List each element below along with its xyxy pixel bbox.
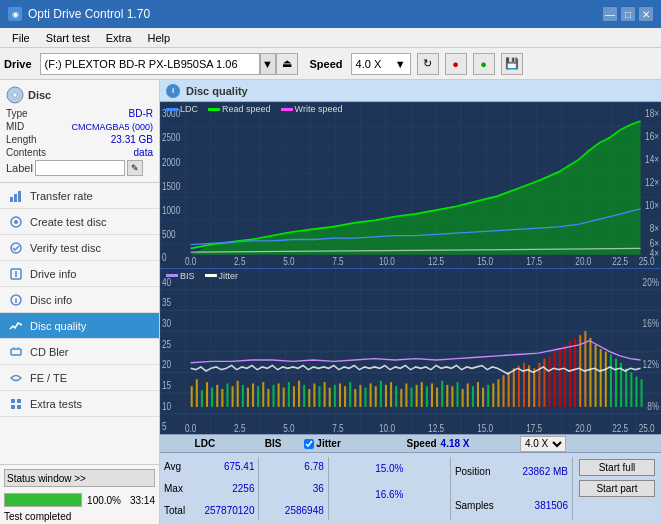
svg-rect-156 bbox=[579, 335, 581, 407]
svg-rect-14 bbox=[17, 405, 21, 409]
svg-rect-127 bbox=[431, 383, 433, 406]
svg-rect-122 bbox=[405, 383, 407, 406]
svg-rect-102 bbox=[303, 384, 305, 406]
max-jitter-value: 16.6% bbox=[333, 489, 446, 500]
legend-ldc: LDC bbox=[166, 104, 198, 114]
green-icon-button[interactable]: ● bbox=[473, 53, 495, 75]
position-label: Position bbox=[455, 466, 491, 477]
svg-rect-96 bbox=[272, 384, 274, 406]
nav-cd-bler[interactable]: CD Bler bbox=[0, 339, 159, 365]
svg-rect-126 bbox=[426, 386, 428, 407]
label-input[interactable] bbox=[35, 160, 125, 176]
svg-rect-163 bbox=[615, 358, 617, 406]
nav-fe-te-label: FE / TE bbox=[30, 372, 67, 384]
svg-rect-130 bbox=[446, 384, 448, 406]
total-ldc-value: 257870120 bbox=[204, 505, 254, 516]
nav-transfer-rate[interactable]: Transfer rate bbox=[0, 183, 159, 209]
app-icon: ◉ bbox=[8, 7, 22, 21]
svg-rect-153 bbox=[564, 344, 566, 406]
svg-text:0: 0 bbox=[162, 252, 167, 263]
nav-verify-test-disc-label: Verify test disc bbox=[30, 242, 101, 254]
drive-selector[interactable]: (F:) PLEXTOR BD-R PX-LB950SA 1.06 bbox=[40, 53, 260, 75]
svg-text:10: 10 bbox=[162, 399, 172, 411]
svg-text:14×: 14× bbox=[645, 154, 659, 165]
label-edit-button[interactable]: ✎ bbox=[127, 160, 143, 176]
speed-select-dropdown[interactable]: 4.0 X bbox=[520, 436, 566, 452]
svg-text:8%: 8% bbox=[647, 399, 659, 411]
svg-text:0.0: 0.0 bbox=[185, 421, 197, 433]
speed-selector[interactable]: 4.0 X ▼ bbox=[351, 53, 411, 75]
nav-disc-quality[interactable]: Disc quality bbox=[0, 313, 159, 339]
svg-rect-83 bbox=[206, 382, 208, 407]
svg-rect-2 bbox=[10, 197, 13, 202]
status-window-button[interactable]: Status window >> bbox=[4, 469, 155, 487]
svg-text:20%: 20% bbox=[643, 275, 660, 287]
refresh-button[interactable]: ↻ bbox=[417, 53, 439, 75]
nav-verify-test-disc[interactable]: Verify test disc bbox=[0, 235, 159, 261]
svg-rect-142 bbox=[508, 372, 510, 406]
svg-rect-12 bbox=[17, 399, 21, 403]
svg-rect-167 bbox=[635, 376, 637, 406]
close-button[interactable]: ✕ bbox=[639, 7, 653, 21]
nav-extra-tests[interactable]: Extra tests bbox=[0, 391, 159, 417]
svg-rect-100 bbox=[293, 386, 295, 407]
svg-rect-90 bbox=[242, 384, 244, 406]
svg-rect-82 bbox=[201, 390, 203, 407]
svg-rect-86 bbox=[221, 388, 223, 406]
total-label: Total bbox=[164, 505, 185, 516]
svg-text:5.0: 5.0 bbox=[283, 421, 295, 433]
menu-help[interactable]: Help bbox=[139, 30, 178, 46]
svg-rect-150 bbox=[549, 355, 551, 406]
svg-rect-154 bbox=[569, 340, 571, 406]
svg-rect-160 bbox=[600, 348, 602, 406]
svg-text:22.5: 22.5 bbox=[612, 256, 628, 267]
svg-rect-103 bbox=[308, 388, 310, 406]
nav-cd-bler-label: CD Bler bbox=[30, 346, 69, 358]
svg-rect-146 bbox=[528, 365, 530, 406]
svg-rect-155 bbox=[574, 337, 576, 406]
svg-rect-107 bbox=[329, 387, 331, 406]
svg-text:5: 5 bbox=[162, 420, 167, 432]
eject-button[interactable]: ⏏ bbox=[276, 53, 298, 75]
nav-transfer-rate-label: Transfer rate bbox=[30, 190, 93, 202]
svg-rect-131 bbox=[451, 386, 453, 407]
menu-extra[interactable]: Extra bbox=[98, 30, 140, 46]
bottom-chart-svg: 40 35 30 25 20 15 10 5 20% 16% 12% 8% 0.… bbox=[160, 269, 661, 435]
nav-disc-info[interactable]: Disc info bbox=[0, 287, 159, 313]
menu-file[interactable]: File bbox=[4, 30, 38, 46]
jitter-stats-col: 15.0% 16.6% bbox=[333, 455, 446, 522]
svg-rect-166 bbox=[630, 372, 632, 406]
maximize-button[interactable]: □ bbox=[621, 7, 635, 21]
nav-drive-info[interactable]: Drive info bbox=[0, 261, 159, 287]
red-icon-button[interactable]: ● bbox=[445, 53, 467, 75]
svg-rect-144 bbox=[518, 365, 520, 406]
svg-text:500: 500 bbox=[162, 229, 176, 240]
svg-point-6 bbox=[14, 220, 18, 224]
svg-rect-123 bbox=[411, 387, 413, 406]
menu-start-test[interactable]: Start test bbox=[38, 30, 98, 46]
svg-rect-113 bbox=[359, 384, 361, 406]
svg-rect-95 bbox=[267, 388, 269, 406]
svg-rect-158 bbox=[589, 337, 591, 406]
start-full-button[interactable]: Start full bbox=[579, 459, 655, 476]
save-button[interactable]: 💾 bbox=[501, 53, 523, 75]
svg-text:1000: 1000 bbox=[162, 205, 180, 216]
start-part-button[interactable]: Start part bbox=[579, 480, 655, 497]
mid-label: MID bbox=[6, 121, 24, 132]
position-value: 23862 MB bbox=[522, 466, 568, 477]
menu-bar: File Start test Extra Help bbox=[0, 28, 661, 48]
drive-dropdown-arrow[interactable]: ▼ bbox=[260, 53, 276, 75]
legend-jitter: Jitter bbox=[205, 271, 239, 281]
disc-info-icon bbox=[8, 292, 24, 308]
disc-quality-icon bbox=[8, 318, 24, 334]
nav-create-test-disc[interactable]: Create test disc bbox=[0, 209, 159, 235]
svg-rect-168 bbox=[641, 379, 643, 407]
content-area: i Disc quality LDC Read speed bbox=[160, 80, 661, 524]
svg-text:25: 25 bbox=[162, 337, 171, 349]
header-speed-select: 4.0 X bbox=[509, 436, 577, 452]
top-chart-svg: 3000 2500 2000 1500 1000 500 0 18× 16× 1… bbox=[160, 102, 661, 268]
jitter-checkbox[interactable] bbox=[304, 439, 314, 449]
svg-rect-94 bbox=[262, 382, 264, 407]
minimize-button[interactable]: — bbox=[603, 7, 617, 21]
nav-fe-te[interactable]: FE / TE bbox=[0, 365, 159, 391]
